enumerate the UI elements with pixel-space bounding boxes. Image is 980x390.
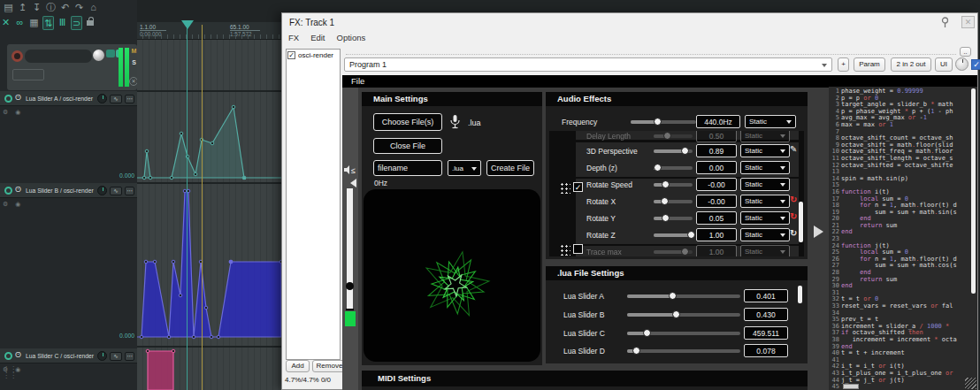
lua-slider-d-value[interactable]: 0.078: [744, 344, 788, 357]
rotate-z-slider-thumb[interactable]: [687, 231, 695, 239]
fx-enabled-checkbox[interactable]: ✓: [971, 59, 980, 70]
power-icon[interactable]: ʘ: [15, 185, 21, 194]
envelope-point[interactable]: [194, 172, 197, 176]
pan-knob[interactable]: [93, 50, 104, 61]
code-line[interactable]: 30end: [830, 283, 969, 290]
save-project-icon[interactable]: ↧: [31, 1, 42, 13]
lua-slider-b-slider[interactable]: [627, 313, 740, 317]
envelope-lane-header[interactable]: ʘLua Slider C / osci-render∿⋯: [0, 348, 137, 363]
effect-enable-checkbox[interactable]: [573, 244, 583, 254]
envelope-point[interactable]: [232, 105, 235, 109]
lua-slider-a-slider[interactable]: [627, 294, 740, 298]
envelope-point[interactable]: [180, 132, 183, 135]
timeline-ruler[interactable]: 1.1.000:00.00065.1.001:57.572: [137, 22, 281, 40]
scrollbar-thumb[interactable]: [799, 202, 803, 242]
lua-slider-d-slider[interactable]: [627, 349, 740, 353]
trace-max-value[interactable]: 1.00: [696, 245, 737, 256]
depth-z-slider-thumb[interactable]: [654, 164, 662, 172]
3d-perspective-mode-dropdown[interactable]: Static: [740, 144, 790, 157]
create-file-button[interactable]: Create File: [486, 160, 534, 176]
lua-slider-b-value[interactable]: 0.430: [744, 308, 788, 321]
envelope-point[interactable]: [146, 349, 149, 353]
envelope-point[interactable]: [210, 335, 213, 339]
envelope-value-knob[interactable]: [97, 351, 107, 361]
depth-z-mode-dropdown[interactable]: Static: [740, 161, 790, 174]
3d-perspective-slider[interactable]: [654, 149, 693, 153]
add-fx-button[interactable]: Add: [286, 360, 310, 372]
envelope-lane-header[interactable]: ʘLua Slider B / osci-render∿⋯: [0, 183, 137, 198]
code-panel-toggle-icon[interactable]: [814, 226, 823, 238]
power-icon[interactable]: ʘ: [15, 350, 21, 359]
panel-resize-handle[interactable]: ⋮⋮⋮⋮: [3, 366, 17, 379]
metronome-icon[interactable]: ⌂: [88, 1, 99, 13]
envelope-target-icon[interactable]: [4, 352, 12, 360]
frequency-marker-icon[interactable]: [350, 179, 356, 187]
item-grouping-icon[interactable]: ∞: [14, 16, 26, 30]
depth-z-value[interactable]: 0.00: [696, 161, 737, 174]
envelope-point[interactable]: [179, 294, 182, 297]
pencil-icon[interactable]: ✎: [790, 144, 797, 154]
envelope-options-button[interactable]: ⋯: [125, 95, 134, 103]
edit-cursor[interactable]: [202, 25, 203, 390]
envelope-shape-button[interactable]: ∿: [110, 95, 122, 103]
envelope-target-icon[interactable]: [4, 95, 12, 103]
envelope-options-button[interactable]: ⋯: [125, 352, 134, 361]
ui-button[interactable]: UI: [935, 57, 953, 72]
preset-dropdown[interactable]: Program 1: [344, 57, 832, 72]
choose-files-button[interactable]: Choose File(s): [373, 113, 442, 131]
rotate-z-slider[interactable]: [654, 233, 693, 237]
record-arm-button[interactable]: [11, 50, 23, 62]
envelope-lane-header[interactable]: ʘLua Slider A / osci-render∿⋯: [0, 91, 137, 106]
lane-mini-icons[interactable]: ⚙ ◉: [3, 201, 23, 208]
code-editor[interactable]: 1phase_weight = 0.999992p = p or 03targe…: [829, 87, 977, 390]
play-cursor[interactable]: [187, 27, 188, 390]
lua-slider-d-slider-thumb[interactable]: [632, 347, 640, 355]
code-scrollbar-thumb[interactable]: [971, 88, 976, 294]
filename-input[interactable]: filename: [373, 160, 442, 176]
power-icon[interactable]: ʘ: [15, 93, 21, 102]
volume-slider-thumb[interactable]: [346, 282, 354, 290]
envelope-point[interactable]: [217, 335, 220, 339]
animate-icon[interactable]: ↻: [790, 195, 797, 204]
fx-bypass-checkbox[interactable]: ✓: [287, 51, 295, 59]
envelope-point[interactable]: [172, 349, 175, 353]
param-button[interactable]: Param: [854, 57, 885, 72]
animate-icon[interactable]: ↻: [790, 228, 797, 238]
menu-item-options[interactable]: Options: [337, 33, 366, 42]
crossfade-icon[interactable]: ✕: [0, 16, 11, 30]
envelope-point[interactable]: [142, 176, 146, 180]
rotate-z-mode-dropdown[interactable]: Static: [740, 228, 790, 241]
preset-plus-button[interactable]: +: [838, 57, 849, 72]
envelope-point[interactable]: [172, 260, 175, 264]
envelope-value-knob[interactable]: [97, 94, 107, 103]
drag-handle[interactable]: [560, 182, 570, 194]
menu-item-fx[interactable]: FX: [288, 33, 299, 42]
lua-slider-a-value[interactable]: 0.401: [744, 289, 788, 302]
code-line[interactable]: 40t = t + increment: [830, 350, 969, 357]
media-explorer-icon[interactable]: ▦: [28, 16, 40, 30]
envelope-point[interactable]: [229, 260, 234, 264]
frequency-slider[interactable]: [631, 120, 696, 124]
io-button[interactable]: 2 in 2 out: [891, 57, 931, 72]
rotate-y-value[interactable]: 0.05: [696, 211, 737, 225]
code-line[interactable]: 22end: [830, 229, 969, 236]
envelope-point[interactable]: [145, 149, 149, 153]
envelope-lane-path[interactable]: [137, 191, 281, 337]
scrollbar-thumb[interactable]: [798, 286, 802, 303]
envelope-point[interactable]: [243, 177, 247, 180]
playhead-marker-icon[interactable]: [181, 20, 194, 29]
frequency-mode-dropdown[interactable]: Static: [745, 115, 796, 128]
snap-icon[interactable]: ⊃: [71, 16, 82, 30]
file-menu[interactable]: File: [351, 76, 364, 86]
envelope-lane-path[interactable]: [148, 351, 173, 390]
3d-perspective-value[interactable]: 0.89: [696, 144, 737, 157]
rotate-y-slider[interactable]: [654, 217, 693, 220]
envelope-point[interactable]: [167, 335, 171, 339]
envelope-point[interactable]: [144, 260, 148, 264]
rotate-x-mode-dropdown[interactable]: Static: [740, 195, 790, 208]
undo-icon[interactable]: ↶: [59, 1, 71, 13]
record-input-box[interactable]: [12, 69, 44, 80]
more-button[interactable]: ..: [960, 47, 971, 57]
envelope-shape-button[interactable]: ∿: [110, 187, 122, 195]
resize-grip[interactable]: [965, 378, 976, 389]
